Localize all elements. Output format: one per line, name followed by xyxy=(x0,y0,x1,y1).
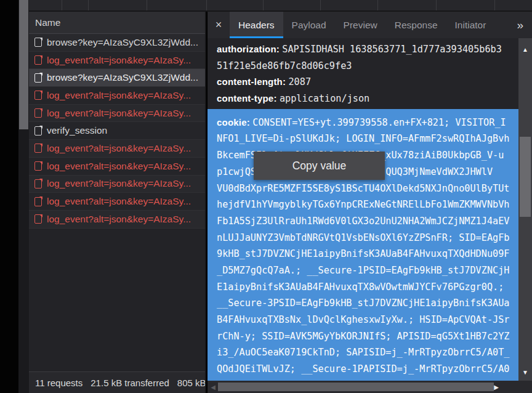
header-content-length: content-length: 2087 xyxy=(208,74,518,91)
copy-value-menu-item[interactable]: Copy value xyxy=(254,152,385,180)
cookie-line: VU0dBdXprRE5MZFI5SE8yS1BScTU4OXlDekd5NXJ… xyxy=(217,183,509,194)
toolbar-divider xyxy=(494,0,495,10)
vertical-scrollbar-thumb[interactable] xyxy=(520,137,531,217)
horizontal-scrollbar-thumb[interactable] xyxy=(218,383,494,391)
request-row-selected[interactable]: browse?key=AIzaSyC9XL3ZjWdd... xyxy=(29,69,205,87)
cookie-line: CONSENT=YES+yt.399739558.en+FX+821; VISI… xyxy=(252,117,506,128)
toolbar-divider xyxy=(320,0,321,10)
page-background-strip xyxy=(0,0,18,393)
name-column-header[interactable]: Name xyxy=(29,12,205,34)
cookie-line: Fb1A5SjZ3UlRraUh1RWd6V0lGX3o2UnU2NHA2WmJ… xyxy=(217,216,509,227)
toolbar-sliver xyxy=(29,0,532,12)
request-label: browse?key=AIzaSyC9XL3ZjWdd... xyxy=(47,37,198,48)
cookie-line: nLUJJaUNYZ3VmbTdNRGVtQ1VsbENsOXl6YzZPSnF… xyxy=(217,232,509,243)
request-label: log_event?alt=json&key=AIzaSy... xyxy=(47,178,191,189)
scroll-down-icon[interactable]: ▼ xyxy=(518,366,532,378)
network-summary-bar: 11 requests 21.5 kB transferred 805 kB xyxy=(29,371,205,393)
request-row[interactable]: verify_session xyxy=(29,122,205,140)
request-label: log_event?alt=json&key=AIzaSy... xyxy=(47,108,191,119)
header-value: 2087 xyxy=(288,76,311,87)
file-icon xyxy=(34,214,42,224)
scroll-up-icon[interactable]: ▲ xyxy=(518,43,532,55)
cookie-line: 9kHB_stJ7DVZNCjHE1aipyBnifsK3AUaB4FAHvux… xyxy=(217,248,509,259)
request-label: log_event?alt=json&key=AIzaSy... xyxy=(47,214,191,225)
cookie-line: hejdfV1hYVmgyblkyTGx6YnpCRExNeGtNRElLbFo… xyxy=(217,199,509,210)
transferred-size: 21.5 kB transferred xyxy=(91,378,169,388)
cookie-line: __Secure-3PSID=EAgFb9kHB_stJ7DVZNCjHE1ai… xyxy=(217,298,509,309)
request-row[interactable]: log_event?alt=json&key=AIzaSy... xyxy=(29,176,205,193)
toolbar-divider xyxy=(62,0,62,10)
request-detail-panel: × Headers Payload Preview Response Initi… xyxy=(208,12,532,393)
request-row[interactable]: browse?key=AIzaSyC9XL3ZjWdd... xyxy=(29,34,205,52)
header-name: content-type: xyxy=(217,93,277,103)
request-row[interactable]: log_event?alt=json&key=AIzaSy... xyxy=(29,193,205,211)
toolbar-divider xyxy=(206,0,207,10)
cookie-line: rChN-y; SSID=AVK5MGyYbKORJNIfS; APISID=q… xyxy=(217,331,509,342)
tab-headers[interactable]: Headers xyxy=(230,12,283,38)
header-name: cookie: xyxy=(217,117,250,128)
request-row[interactable]: log_event?alt=json&key=AIzaSy... xyxy=(29,52,205,70)
toolbar-divider xyxy=(263,0,264,10)
request-row[interactable]: log_event?alt=json&key=AIzaSy... xyxy=(29,140,205,158)
request-label: browse?key=AIzaSyC9XL3ZjWdd... xyxy=(47,72,198,83)
detail-tab-bar: × Headers Payload Preview Response Initi… xyxy=(208,12,532,38)
tab-preview[interactable]: Preview xyxy=(335,12,386,38)
toolbar-divider xyxy=(377,0,378,10)
file-icon xyxy=(34,197,42,206)
file-icon xyxy=(34,91,42,100)
toolbar-divider xyxy=(88,0,89,10)
header-authorization: authorization: SAPISIDHASH 1638563771_1d… xyxy=(208,41,518,58)
request-label: log_event?alt=json&key=AIzaSy... xyxy=(47,196,191,207)
file-icon xyxy=(34,55,42,65)
tab-initiator[interactable]: Initiator xyxy=(446,12,495,38)
toolbar-divider xyxy=(147,0,147,10)
file-icon xyxy=(34,73,42,83)
cookie-line: NFO1_LIVE=Di-pSlUKdJk; LOGIN_INFO=AFmmF2… xyxy=(217,133,509,144)
request-label: log_event?alt=json&key=AIzaSy... xyxy=(47,161,191,172)
header-name: content-length: xyxy=(217,76,286,87)
toolbar-divider xyxy=(436,0,437,10)
file-icon xyxy=(34,144,42,153)
request-row[interactable]: log_event?alt=json&key=AIzaSy... xyxy=(29,158,205,176)
header-value: 51f21e5de86fb7c8d06c9fe3 xyxy=(217,60,352,71)
header-content-type: content-type: application/json xyxy=(208,91,518,107)
chevron-double-right-icon[interactable]: » xyxy=(508,12,532,38)
request-row[interactable]: log_event?alt=json&key=AIzaSy... xyxy=(29,105,205,123)
cookie-line: E1aipyBnifsK3AUaB4FAHvuxqTX8wVOwtmWJYCFv… xyxy=(217,282,504,293)
cookie-line: i3_/AuOC5eaK0719CkTnD; SAPISID=j_-MrRTpy… xyxy=(217,347,509,358)
request-row[interactable]: log_event?alt=json&key=AIzaSy... xyxy=(29,211,205,229)
page-scrollbar-track[interactable] xyxy=(18,0,29,393)
request-label: log_event?alt=json&key=AIzaSy... xyxy=(47,143,191,154)
detail-horizontal-scrollbar[interactable]: ◀ ▶ xyxy=(208,381,518,393)
cookie-line: QOdJQEiTWLvJZ; __Secure-1PAPISID=j_-MrRT… xyxy=(217,363,509,375)
request-label: log_event?alt=json&key=AIzaSy... xyxy=(47,55,191,66)
header-cookie-highlighted[interactable]: cookie: CONSENT=YES+yt.399739558.en+FX+8… xyxy=(208,109,518,381)
detail-vertical-scrollbar[interactable]: ▲ ▼ xyxy=(518,38,532,381)
close-icon[interactable]: × xyxy=(208,12,230,38)
file-icon xyxy=(34,179,42,188)
cookie-line: B4FAHvuxqTXBsNx_lDvQclKghesxwIyXw.; HSID… xyxy=(217,314,509,325)
request-count: 11 requests xyxy=(35,378,83,388)
request-list-panel: Name browse?key=AIzaSyC9XL3ZjWdd... log_… xyxy=(29,12,206,393)
file-icon xyxy=(34,161,42,171)
tab-response[interactable]: Response xyxy=(386,12,446,38)
request-row[interactable]: log_event?alt=json&key=AIzaSy... xyxy=(29,87,205,105)
file-icon xyxy=(34,38,42,47)
scrollbar-corner xyxy=(518,381,532,393)
page-scrollbar-thumb[interactable] xyxy=(19,0,28,129)
file-icon xyxy=(34,108,42,118)
header-value: SAPISIDHASH 1638563771_1d777a393405b6b3 xyxy=(282,44,502,55)
header-name: authorization: xyxy=(217,44,280,54)
header-authorization-wrap: 51f21e5de86fb7c8d06c9fe3 xyxy=(208,58,518,75)
headers-content: authorization: SAPISIDHASH 1638563771_1d… xyxy=(208,38,518,381)
scroll-left-icon[interactable]: ◀ xyxy=(209,381,217,393)
header-value: application/json xyxy=(280,93,369,104)
scroll-right-icon[interactable]: ▶ xyxy=(491,381,501,393)
resources-size: 805 kB xyxy=(177,378,205,388)
file-icon xyxy=(34,126,42,136)
tab-payload[interactable]: Payload xyxy=(283,12,335,38)
request-label: log_event?alt=json&key=AIzaSy... xyxy=(47,90,191,101)
request-label: verify_session xyxy=(47,125,107,136)
cookie-line: _D5MZ7gQcQ7aA.; __Secure-1PSID=EAgFb9kHB… xyxy=(217,265,509,276)
devtools-network-panel: Name browse?key=AIzaSyC9XL3ZjWdd... log_… xyxy=(0,0,532,393)
